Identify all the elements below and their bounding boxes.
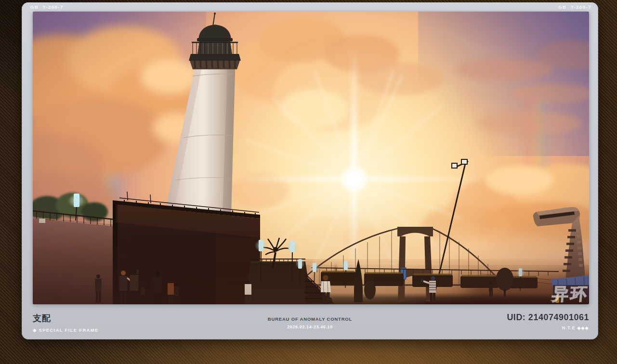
brand-label: N.T.E ◆◆◆ xyxy=(507,325,589,330)
timestamp-label: 2026.02.14-23.40.10 xyxy=(268,325,352,329)
photo-scene-svg: P xyxy=(33,12,589,304)
bureau-label: BUREAU OF ANOMALY CONTROL xyxy=(268,316,352,322)
caption-right: UID: 214074901061 N.T.E ◆◆◆ xyxy=(507,312,589,330)
caption-left: 支配 ◆ SPECIAL FILE FRAME xyxy=(33,312,99,333)
vignette-overlay xyxy=(33,12,589,304)
frame-code-top-left: GB T-200-7 xyxy=(30,4,64,10)
caption-center: BUREAU OF ANOMALY CONTROL 2026.02.14-23.… xyxy=(268,316,352,329)
photo-frame-card[interactable]: GB T-200-7 GB T-200-7 xyxy=(22,2,598,339)
photo: P xyxy=(33,12,589,304)
uid-label: UID: 214074901061 xyxy=(507,312,589,323)
frame-code-top-right: GB T-200-7 xyxy=(558,4,591,10)
photo-watermark: 异环 xyxy=(551,285,589,303)
frame-type-label: ◆ SPECIAL FILE FRAME xyxy=(33,327,99,333)
frame-name-label: 支配 xyxy=(33,312,99,324)
